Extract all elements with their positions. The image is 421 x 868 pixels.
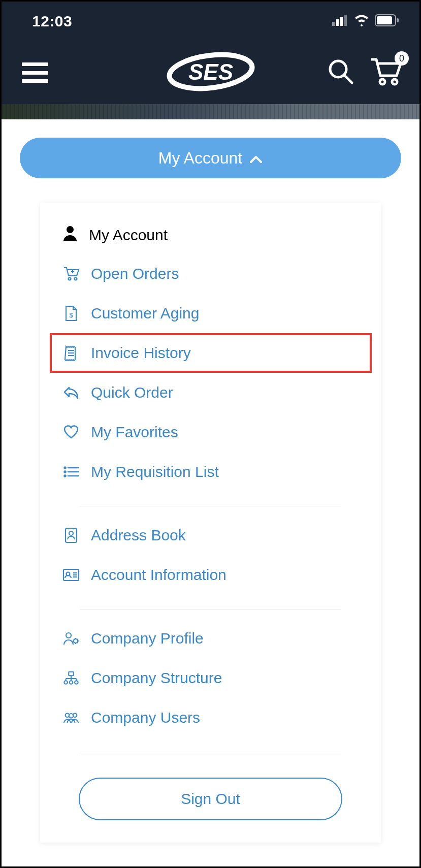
sign-out-label: Sign Out [181,790,240,807]
svg-point-43 [75,681,78,684]
status-bar: 12:03 [2,2,419,41]
svg-point-20 [64,467,66,469]
menu-item-customer-aging[interactable]: $ Customer Aging [40,294,381,333]
receipt-icon [62,345,80,361]
search-button[interactable] [327,57,355,88]
svg-point-42 [70,681,73,684]
svg-point-33 [66,633,71,638]
app-header: SES 0 [2,41,419,104]
svg-point-27 [69,531,73,535]
menu-item-label: Address Book [91,527,186,544]
contact-icon [62,527,80,543]
menu-item-label: Company Profile [91,630,204,647]
svg-rect-35 [69,672,73,676]
heart-icon [62,425,80,439]
account-menu-card: My Account Open Orders $ Customer Aging [40,203,381,843]
svg-point-14 [69,278,71,280]
svg-point-22 [64,471,66,473]
user-gear-icon [62,631,80,646]
cart-button[interactable]: 0 [369,56,402,89]
id-card-icon [62,568,80,582]
menu-button[interactable] [22,62,48,83]
menu-item-label: My Requisition List [91,463,219,480]
menu-item-label: Customer Aging [91,305,199,322]
svg-rect-3 [344,15,347,26]
my-account-label: My Account [158,149,242,168]
menu-item-quick-order[interactable]: Quick Order [40,373,381,412]
menu-header-label: My Account [89,227,168,244]
menu-divider [80,752,341,752]
menu-header: My Account [40,203,381,254]
menu-item-company-profile[interactable]: Company Profile [40,619,381,658]
svg-rect-5 [377,16,392,24]
svg-point-11 [380,79,385,84]
menu-item-label: Account Information [91,566,226,584]
svg-point-12 [392,79,397,84]
menu-item-account-information[interactable]: Account Information [40,555,381,595]
page-content: My Account My Account Open Orders [2,119,419,843]
menu-item-address-book[interactable]: Address Book [40,516,381,555]
svg-rect-1 [336,19,339,26]
sign-out-button[interactable]: Sign Out [79,778,342,820]
menu-item-invoice-history[interactable]: Invoice History [51,334,371,372]
svg-text:$: $ [70,312,73,319]
menu-item-label: Invoice History [91,344,191,362]
chevron-up-icon [249,149,263,168]
cart-plus-icon [62,266,80,281]
svg-point-13 [67,226,74,233]
menu-item-company-structure[interactable]: Company Structure [40,658,381,698]
svg-point-15 [75,278,77,280]
users-icon [62,711,80,724]
svg-text:SES: SES [188,59,233,84]
hero-image-strip [2,104,419,119]
cart-count-badge: 0 [395,51,409,66]
wifi-icon [353,14,370,28]
menu-item-label: Quick Order [91,384,173,401]
org-icon [62,670,80,686]
menu-item-label: Company Users [91,709,200,726]
menu-item-open-orders[interactable]: Open Orders [40,254,381,294]
menu-item-label: Open Orders [91,265,179,282]
svg-rect-0 [332,22,335,26]
menu-divider [80,609,341,609]
menu-item-requisition-list[interactable]: My Requisition List [40,452,381,492]
svg-rect-2 [340,17,343,26]
svg-rect-6 [397,18,399,22]
user-icon [62,225,78,245]
menu-section-orders: Open Orders $ Customer Aging Invoice His… [40,254,381,497]
menu-section-account: Address Book Account Information [40,516,381,600]
my-account-dropdown-button[interactable]: My Account [20,138,401,178]
menu-item-company-users[interactable]: Company Users [40,698,381,737]
cellular-icon [332,15,348,28]
menu-divider [80,506,341,506]
menu-section-company: Company Profile Company Structure Compan… [40,619,381,743]
svg-point-24 [64,475,66,477]
battery-icon [375,14,399,28]
brand-logo[interactable]: SES [165,51,256,94]
file-dollar-icon: $ [62,305,80,322]
list-icon [62,466,80,478]
svg-line-10 [345,76,352,83]
status-time: 12:03 [32,13,72,30]
status-icons [332,14,399,28]
reply-icon [62,385,80,400]
svg-point-41 [64,681,68,684]
menu-item-label: Company Structure [91,669,222,687]
menu-item-my-favorites[interactable]: My Favorites [40,412,381,452]
menu-item-label: My Favorites [91,424,178,441]
svg-point-9 [330,61,346,77]
